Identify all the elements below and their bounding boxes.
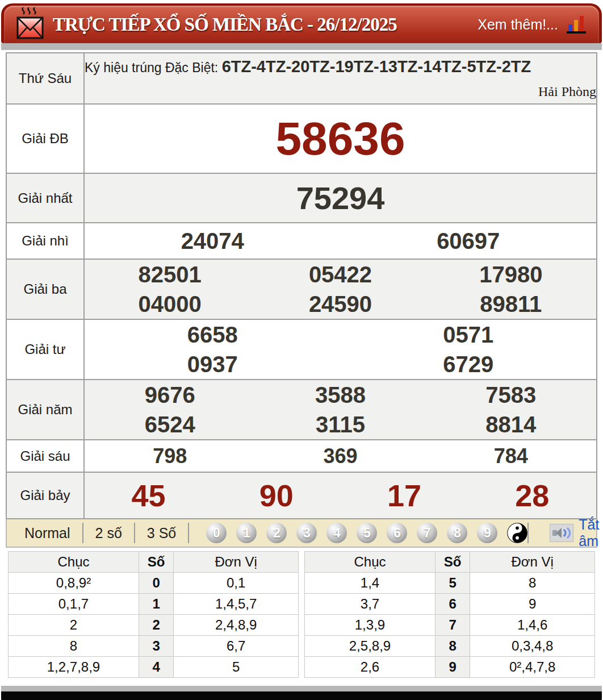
control-bar: Normal 2 số 3 Số 0 1 2 3 4 5 6 7 8 9 bbox=[6, 519, 597, 548]
chuc-cell: 8 bbox=[9, 636, 139, 657]
envelope-icon bbox=[15, 7, 45, 41]
digit-ball-8[interactable]: 8 bbox=[447, 523, 467, 543]
separator bbox=[188, 523, 189, 543]
day-label: Thứ Sáu bbox=[6, 53, 84, 104]
donvi-cell: 2,4,8,9 bbox=[174, 615, 299, 636]
header-frame: TRỰC TIẾP XỔ SỐ MIỀN BẮC - 26/12/2025 Xe… bbox=[1, 3, 602, 43]
digit-ball-1[interactable]: 1 bbox=[236, 523, 257, 543]
prize-row-4: Giải tư 6658 0571 0937 6729 bbox=[6, 319, 597, 380]
so-cell: 3 bbox=[139, 636, 173, 657]
chuc-cell: 1,4 bbox=[305, 573, 436, 594]
prize-values: 82501 05422 17980 04000 24590 89811 bbox=[84, 259, 597, 319]
stats-row: 0,1,7 1 1,4,5,7 bbox=[9, 594, 299, 615]
stats-section: Chục Số Đơn Vị 0,8,9² 0 0,1 0,1,7 1 1,4,… bbox=[6, 548, 597, 685]
chuc-cell: 2 bbox=[9, 615, 139, 636]
header-bar: TRỰC TIẾP XỔ SỐ MIỀN BẮC - 26/12/2025 Xe… bbox=[4, 6, 599, 43]
mute-control[interactable]: Tắt âm bbox=[527, 516, 603, 549]
bar-chart-icon[interactable] bbox=[565, 14, 588, 35]
prize-values: 24074 60697 bbox=[84, 223, 597, 259]
content-area: Thứ Sáu Ký hiệu trúng Đặc Biệt: 6TZ-4TZ-… bbox=[0, 50, 603, 685]
prize-number: 28 bbox=[468, 478, 596, 513]
stats-header-row: Chục Số Đơn Vị bbox=[9, 552, 299, 573]
stats-row: 2 2 2,4,8,9 bbox=[9, 615, 299, 636]
prize-number: 60697 bbox=[341, 228, 597, 254]
mode-normal[interactable]: Normal bbox=[12, 525, 82, 541]
prize-row-db: Giải ĐB 58636 bbox=[6, 104, 597, 173]
chuc-cell: 1,2,7,8,9 bbox=[9, 657, 139, 678]
prize-number: 17 bbox=[341, 478, 468, 513]
mode-3so[interactable]: 3 Số bbox=[135, 525, 188, 541]
col-header-chuc: Chục bbox=[9, 552, 139, 573]
so-cell: 2 bbox=[139, 615, 173, 636]
donvi-cell: 1,4,6 bbox=[470, 615, 595, 636]
donvi-cell: 9 bbox=[470, 594, 595, 615]
prize-row-3: Giải ba 82501 05422 17980 04000 24590 89… bbox=[6, 259, 597, 319]
prize-number: 89811 bbox=[426, 291, 596, 317]
digit-ball-7[interactable]: 7 bbox=[417, 523, 437, 543]
prize-values: 75294 bbox=[84, 173, 597, 223]
stats-table-left: Chục Số Đơn Vị 0,8,9² 0 0,1 0,1,7 1 1,4,… bbox=[8, 551, 299, 678]
prize-values: 58636 bbox=[84, 104, 597, 173]
prize-number: 6524 bbox=[85, 412, 255, 438]
donvi-cell: 0,1 bbox=[174, 573, 299, 594]
prize-number: 6729 bbox=[341, 352, 597, 377]
digit-ball-9[interactable]: 9 bbox=[477, 523, 497, 543]
prize-label: Giải ĐB bbox=[6, 104, 84, 173]
so-cell: 9 bbox=[435, 657, 470, 678]
separator bbox=[527, 523, 529, 543]
digit-ball-0[interactable]: 0 bbox=[206, 523, 227, 543]
donvi-cell: 0²,4,7,8 bbox=[470, 657, 595, 678]
chuc-cell: 2,6 bbox=[305, 657, 436, 678]
prize-row-1: Giải nhất 75294 bbox=[6, 173, 597, 223]
donvi-cell: 8 bbox=[470, 573, 595, 594]
prize-number: 82501 bbox=[85, 262, 255, 288]
see-more-link[interactable]: Xem thêm!... bbox=[478, 16, 558, 33]
so-cell: 7 bbox=[435, 615, 470, 636]
stats-table-right: Chục Số Đơn Vị 1,4 5 8 3,7 6 9 1,3,9 7 bbox=[304, 551, 595, 678]
digit-ball-5[interactable]: 5 bbox=[357, 523, 377, 543]
prize-label: Giải ba bbox=[6, 259, 84, 319]
digit-balls: 0 1 2 3 4 5 6 7 8 9 bbox=[206, 523, 527, 543]
digit-ball-6[interactable]: 6 bbox=[387, 523, 407, 543]
prize-number: 3588 bbox=[255, 382, 425, 408]
prize-label: Giải năm bbox=[6, 380, 84, 440]
prize-number: 784 bbox=[426, 444, 596, 468]
lottery-page: TRỰC TIẾP XỔ SỐ MIỀN BẮC - 26/12/2025 Xe… bbox=[0, 3, 603, 700]
digit-ball-4[interactable]: 4 bbox=[326, 523, 347, 543]
prize-number: 24590 bbox=[255, 291, 425, 317]
so-cell: 1 bbox=[139, 594, 173, 615]
prize-number: 04000 bbox=[85, 291, 255, 317]
symbol-row: Thứ Sáu Ký hiệu trúng Đặc Biệt: 6TZ-4TZ-… bbox=[6, 53, 597, 104]
prize-values: 9676 3588 7583 6524 3115 8814 bbox=[84, 380, 597, 440]
stats-header-row: Chục Số Đơn Vị bbox=[305, 552, 595, 573]
prize-number: 7583 bbox=[426, 382, 596, 408]
donvi-cell: 5 bbox=[174, 657, 299, 678]
col-header-chuc: Chục bbox=[305, 552, 436, 573]
speaker-icon bbox=[550, 524, 573, 542]
so-cell: 0 bbox=[139, 573, 173, 594]
digit-ball-2[interactable]: 2 bbox=[266, 523, 287, 543]
digit-ball-3[interactable]: 3 bbox=[296, 523, 317, 543]
prize-values: 798 369 784 bbox=[84, 440, 597, 472]
yin-yang-icon[interactable] bbox=[507, 523, 527, 543]
stats-row: 2,5,8,9 8 0,3,4,8 bbox=[305, 636, 595, 657]
prize-number: 45 bbox=[85, 478, 212, 513]
so-cell: 4 bbox=[139, 657, 173, 678]
symbol-cell: Ký hiệu trúng Đặc Biệt: 6TZ-4TZ-20TZ-19T… bbox=[84, 53, 597, 104]
prize-label: Giải bảy bbox=[6, 472, 84, 519]
stats-row: 1,2,7,8,9 4 5 bbox=[9, 657, 299, 678]
stats-row: 0,8,9² 0 0,1 bbox=[9, 573, 299, 594]
prize-number: 0937 bbox=[85, 352, 341, 377]
donvi-cell: 1,4,5,7 bbox=[174, 594, 299, 615]
prize-row-2: Giải nhì 24074 60697 bbox=[6, 223, 597, 259]
prize-number: 798 bbox=[85, 444, 255, 468]
stats-row: 2,6 9 0²,4,7,8 bbox=[305, 657, 595, 678]
prize-number: 75294 bbox=[85, 180, 596, 216]
col-header-donvi: Đơn Vị bbox=[174, 552, 299, 573]
col-header-so: Số bbox=[139, 552, 173, 573]
prize-number: 9676 bbox=[85, 382, 255, 408]
prize-values: 45 90 17 28 bbox=[84, 472, 597, 519]
mode-2so[interactable]: 2 số bbox=[83, 525, 134, 541]
stats-row: 1,4 5 8 bbox=[305, 573, 595, 594]
so-cell: 6 bbox=[435, 594, 470, 615]
